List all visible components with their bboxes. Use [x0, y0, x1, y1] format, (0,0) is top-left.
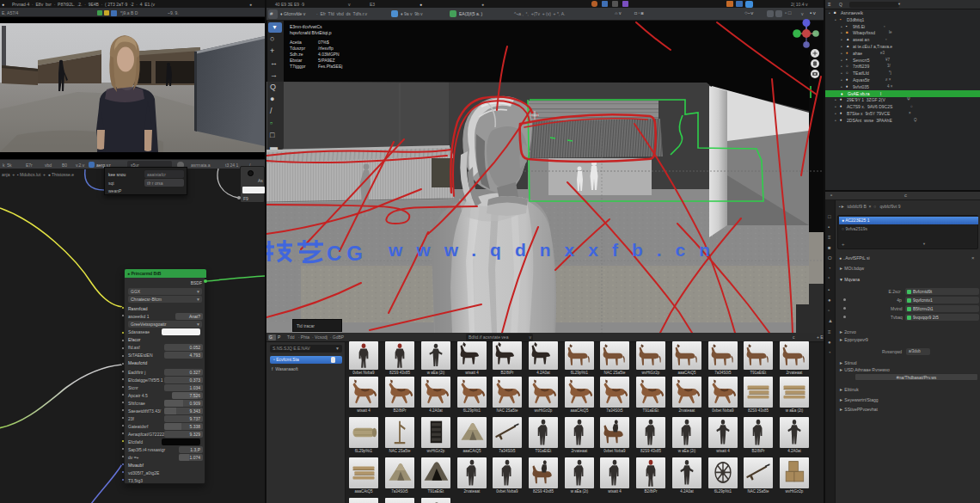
svg-text:CG: CG — [327, 242, 368, 265]
